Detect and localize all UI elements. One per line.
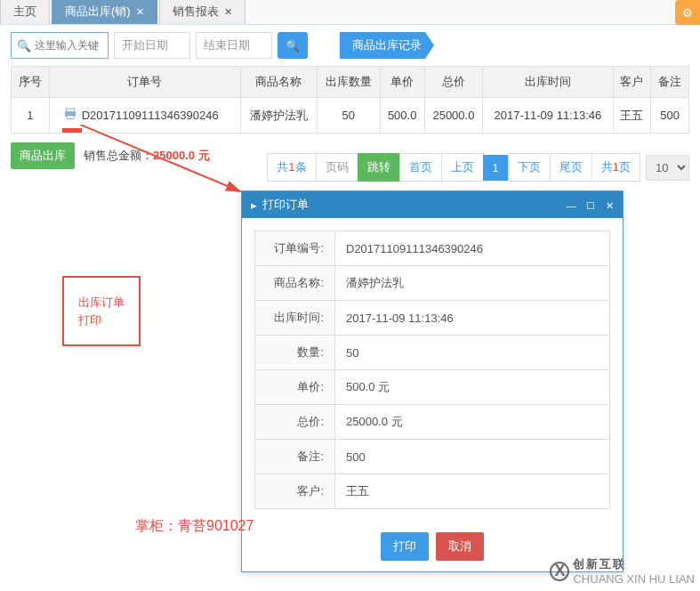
val-total: 25000.0 元 bbox=[335, 405, 610, 440]
current-page[interactable]: 1 bbox=[483, 155, 509, 181]
settings-gear-button[interactable]: ⚙ bbox=[675, 0, 700, 25]
watermark-cn: 创新互联 bbox=[573, 556, 695, 572]
col-seq: 序号 bbox=[12, 67, 50, 98]
cell-time: 2017-11-09 11:13:46 bbox=[483, 98, 613, 134]
cell-notes: 500 bbox=[651, 98, 689, 134]
page-no-label: 页码 bbox=[316, 153, 358, 182]
print-icon[interactable] bbox=[62, 107, 78, 124]
last-page[interactable]: 尾页 bbox=[550, 153, 592, 182]
maximize-icon[interactable]: ☐ bbox=[586, 200, 595, 211]
chevron-right-icon: ▸ bbox=[251, 198, 257, 212]
callout-line: 打印 bbox=[78, 312, 125, 329]
close-icon[interactable]: ✕ bbox=[136, 6, 144, 17]
lbl-price: 单价: bbox=[255, 370, 335, 405]
ribbon-label: 商品出库记录 bbox=[352, 38, 422, 52]
col-customer: 客户 bbox=[613, 67, 651, 98]
val-qty: 50 bbox=[335, 336, 610, 370]
lbl-notes: 备注: bbox=[255, 440, 335, 474]
val-customer: 王五 bbox=[335, 474, 610, 509]
table-row[interactable]: 1 D20171109111346390246 潘婷护法乳 50 500.0 2… bbox=[12, 98, 689, 134]
detail-table: 订单编号:D20171109111346390246 商品名称:潘婷护法乳 出库… bbox=[254, 231, 610, 509]
start-date-input[interactable]: 开始日期 bbox=[114, 32, 190, 59]
section-ribbon: 商品出库记录 bbox=[340, 32, 434, 59]
tab-home[interactable]: 主页 bbox=[0, 0, 50, 24]
callout-line: 出库订单 bbox=[78, 294, 125, 312]
print-dialog: ▸ 打印订单 — ☐ ✕ 订单编号:D20171109111346390246 … bbox=[241, 190, 624, 572]
prev-page[interactable]: 上页 bbox=[441, 153, 484, 182]
lbl-customer: 客户: bbox=[255, 474, 335, 509]
pages-total: 共1页 bbox=[591, 153, 640, 182]
jump-button[interactable]: 跳转 bbox=[358, 153, 400, 182]
search-button[interactable]: 🔍 bbox=[278, 32, 308, 59]
close-icon[interactable]: ✕ bbox=[224, 6, 232, 17]
cell-total: 25000.0 bbox=[424, 98, 483, 134]
val-price: 500.0 元 bbox=[335, 370, 610, 405]
outbound-table: 序号 订单号 商品名称 出库数量 单价 总价 出库时间 客户 备注 1 D201… bbox=[11, 66, 689, 134]
col-order-no: 订单号 bbox=[49, 67, 241, 98]
col-product: 商品名称 bbox=[241, 67, 317, 98]
col-price: 单价 bbox=[380, 67, 424, 98]
minimize-icon[interactable]: — bbox=[567, 200, 576, 211]
tab-report[interactable]: 销售报表✕ bbox=[159, 0, 245, 24]
cell-price: 500.0 bbox=[380, 98, 424, 134]
lbl-time: 出库时间: bbox=[255, 301, 335, 336]
cell-product: 潘婷护法乳 bbox=[241, 98, 317, 134]
lbl-qty: 数量: bbox=[255, 336, 335, 370]
cell-seq: 1 bbox=[12, 98, 50, 134]
val-product: 潘婷护法乳 bbox=[335, 266, 610, 301]
cancel-button[interactable]: 取消 bbox=[436, 532, 484, 561]
gear-icon: ⚙ bbox=[682, 6, 693, 20]
end-date-input[interactable]: 结束日期 bbox=[196, 32, 272, 59]
total-label: 销售总金额： bbox=[84, 149, 153, 162]
pagination: 共1条 页码 跳转 首页 上页 1 下页 尾页 共1页 10 bbox=[268, 153, 689, 182]
tab-label: 主页 bbox=[13, 4, 36, 18]
watermark: X 创新互联 CHUANG XIN HU LIAN bbox=[550, 556, 695, 586]
col-time: 出库时间 bbox=[483, 67, 613, 98]
dialog-header[interactable]: ▸ 打印订单 — ☐ ✕ bbox=[242, 191, 623, 218]
first-page[interactable]: 首页 bbox=[399, 153, 442, 182]
total-value: 25000.0 元 bbox=[153, 149, 210, 162]
cell-order-no: D20171109111346390246 bbox=[49, 98, 241, 134]
footer-note: 掌柜：青苔901027 bbox=[135, 517, 253, 536]
print-button[interactable]: 打印 bbox=[381, 532, 429, 561]
col-qty: 出库数量 bbox=[317, 67, 380, 98]
filter-toolbar: 🔍 开始日期 结束日期 🔍 商品出库记录 bbox=[0, 25, 700, 66]
lbl-product: 商品名称: bbox=[255, 266, 335, 301]
placeholder-text: 结束日期 bbox=[204, 37, 250, 53]
search-icon: 🔍 bbox=[286, 39, 300, 53]
tab-label: 销售报表 bbox=[173, 4, 219, 18]
page-size-select[interactable]: 10 bbox=[646, 155, 689, 181]
cell-qty: 50 bbox=[317, 98, 380, 134]
tab-outbound[interactable]: 商品出库(销)✕ bbox=[52, 0, 157, 24]
val-order-no: D20171109111346390246 bbox=[335, 231, 610, 266]
search-icon: 🔍 bbox=[17, 39, 31, 53]
search-input[interactable] bbox=[35, 39, 102, 52]
svg-rect-0 bbox=[66, 109, 74, 111]
order-no-text: D20171109111346390246 bbox=[82, 109, 219, 122]
tab-bar: 主页 商品出库(销)✕ 销售报表✕ ⚙ bbox=[0, 0, 700, 25]
tab-label: 商品出库(销) bbox=[65, 4, 131, 18]
annotation-callout: 出库订单 打印 bbox=[62, 276, 141, 346]
page-count: 共1条 bbox=[267, 153, 316, 182]
lbl-total: 总价: bbox=[255, 405, 335, 440]
val-notes: 500 bbox=[335, 440, 610, 474]
val-time: 2017-11-09 11:13:46 bbox=[335, 301, 610, 336]
watermark-en: CHUANG XIN HU LIAN bbox=[573, 572, 695, 586]
outbound-button[interactable]: 商品出库 bbox=[11, 142, 75, 169]
svg-rect-2 bbox=[67, 115, 74, 118]
lbl-order-no: 订单编号: bbox=[255, 231, 335, 266]
search-input-wrap: 🔍 bbox=[11, 32, 109, 59]
col-total: 总价 bbox=[424, 67, 483, 98]
dialog-title: 打印订单 bbox=[262, 197, 309, 213]
close-icon[interactable]: ✕ bbox=[606, 200, 614, 211]
dialog-body: 订单编号:D20171109111346390246 商品名称:潘婷护法乳 出库… bbox=[242, 218, 623, 522]
col-notes: 备注 bbox=[651, 67, 689, 98]
next-page[interactable]: 下页 bbox=[508, 153, 551, 182]
watermark-logo-icon: X bbox=[550, 562, 569, 581]
placeholder-text: 开始日期 bbox=[122, 37, 168, 53]
cell-customer: 王五 bbox=[613, 98, 651, 134]
